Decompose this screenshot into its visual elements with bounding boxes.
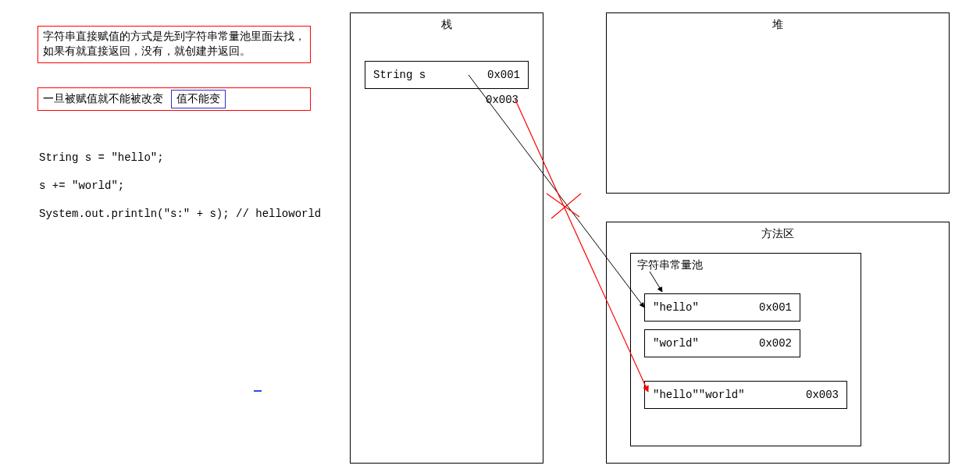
- method-area-title: 方法区: [607, 227, 949, 241]
- stack-var-addr: 0x001: [487, 69, 520, 81]
- pool-value: "hello""world": [653, 389, 745, 401]
- pool-value: "hello": [653, 301, 699, 314]
- heap-panel: 堆: [606, 12, 950, 194]
- code-line-1: String s = "hello";: [39, 151, 164, 164]
- pool-addr: 0x002: [759, 337, 792, 350]
- red-x-stroke-2: [551, 194, 581, 219]
- immutable-text: 一旦被赋值就不能被改变: [43, 92, 163, 107]
- stack-title: 栈: [351, 18, 543, 32]
- pool-value: "world": [653, 337, 699, 350]
- stack-var-box: String s 0x001: [365, 61, 529, 89]
- note-box-string-pool: 字符串直接赋值的方式是先到字符串常量池里面去找，如果有就直接返回，没有，就创建并…: [37, 26, 311, 63]
- code-line-3: System.out.println("s:" + s); // hellowo…: [39, 208, 321, 220]
- stack-var-name: String s: [373, 69, 426, 81]
- stack-new-addr: 0x003: [486, 94, 519, 106]
- code-line-2: s += "world";: [39, 179, 124, 192]
- heap-title: 堆: [607, 18, 949, 32]
- red-x-stroke-1: [547, 194, 579, 217]
- note-box-immutable: 一旦被赋值就不能被改变 值不能变: [37, 87, 311, 111]
- pool-entry-world: "world" 0x002: [644, 329, 800, 357]
- text-cursor: [254, 390, 262, 392]
- pool-addr: 0x003: [806, 389, 839, 401]
- immutable-badge: 值不能变: [171, 90, 226, 109]
- pool-addr: 0x001: [759, 301, 792, 314]
- pool-entry-helloworld: "hello""world" 0x003: [644, 381, 847, 409]
- note-text: 字符串直接赋值的方式是先到字符串常量池里面去找，如果有就直接返回，没有，就创建并…: [43, 30, 305, 57]
- pool-entry-hello: "hello" 0x001: [644, 293, 800, 322]
- string-pool-title: 字符串常量池: [637, 258, 703, 272]
